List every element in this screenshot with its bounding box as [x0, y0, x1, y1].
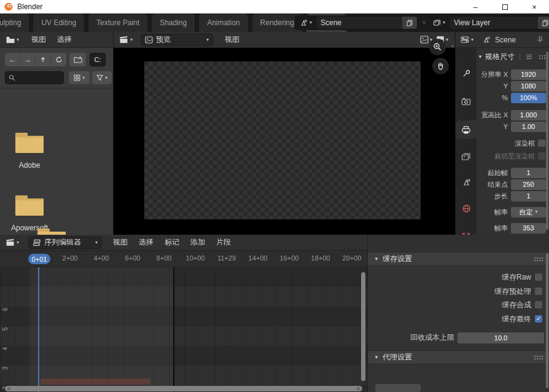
scene-copy-button[interactable] [402, 17, 417, 29]
viewlayer-copy-button[interactable] [538, 17, 549, 29]
folder-item-adobe[interactable]: Adobe [0, 130, 59, 170]
resolution-x-field[interactable]: 1920 [511, 69, 546, 80]
tab-output[interactable] [456, 120, 477, 139]
fb-filter-button[interactable]: ▾ [92, 71, 112, 84]
scene-name-field[interactable]: Scene [316, 16, 418, 29]
fb-menu-view[interactable]: 视图 [26, 34, 52, 45]
fb-search-input[interactable] [5, 71, 64, 84]
frame-start-field[interactable]: 1 [511, 168, 546, 178]
border-checkbox[interactable] [538, 139, 545, 147]
tab-render[interactable] [456, 92, 477, 111]
fb-menu-select[interactable]: 选择 [52, 34, 77, 45]
scene-browse-button[interactable]: ▾ [297, 16, 314, 29]
cache-composite-checkbox[interactable] [535, 301, 542, 308]
proxy-partial-button[interactable] [375, 384, 421, 392]
sidebar-scrollbar[interactable] [546, 253, 548, 388]
fps-preset-dropdown[interactable]: 自定 ▾ [511, 207, 546, 218]
tab-shading[interactable]: Shading [152, 14, 195, 32]
folder-item-partial[interactable] [36, 226, 68, 235]
aspect-x-field[interactable]: 1.000 [511, 110, 546, 120]
window-title: Blender [17, 2, 42, 11]
viewlayer-browse-button[interactable]: ▾ [430, 16, 447, 29]
editor-type-sequencer[interactable]: ▾ [117, 33, 134, 47]
pin-icon[interactable] [536, 36, 544, 44]
fb-parent-button[interactable] [36, 53, 51, 66]
seq-menu-add[interactable]: 添加 [185, 237, 211, 248]
resolution-pct-slider[interactable]: 100% [511, 93, 546, 103]
zoom-button[interactable] [429, 39, 446, 55]
search-icon [9, 74, 15, 81]
editor-type-sequencer-timeline[interactable]: ▾ [4, 236, 21, 249]
seq-menu-marker[interactable]: 标记 [159, 237, 185, 248]
preset-dots-icon[interactable]: ⋮ [517, 53, 523, 60]
timeline-ruler[interactable]: 0+01 2+00 4+00 6+00 8+00 10+00 11+29 14+… [0, 251, 367, 267]
drag-grid-icon[interactable] [534, 355, 543, 359]
zoom-in-icon [433, 42, 442, 52]
timeline-channels-area[interactable]: 6 5 4 3 2 1 [0, 267, 367, 392]
preview-menu-view[interactable]: 视图 [219, 34, 245, 45]
tab-uv-editing[interactable]: UV Editing [33, 14, 84, 32]
format-section-header[interactable]: ▼ 规格尺寸 ⋮ [478, 50, 548, 63]
tab-sculpting[interactable]: ulpting [0, 14, 29, 32]
properties-tab-column [456, 48, 477, 235]
fb-refresh-button[interactable] [51, 53, 66, 66]
sequencer-timeline-editor: ▾ 序列编辑器 ▾ 视图 选择 标记 添加 片段 0+01 2+00 4+00 … [0, 235, 367, 392]
preset-list-icon[interactable] [526, 54, 532, 60]
aspect-y-field[interactable]: 1.00 [511, 122, 546, 132]
end-frame-line [173, 267, 174, 392]
tab-texture[interactable] [456, 227, 477, 235]
playhead[interactable] [38, 267, 39, 392]
pan-button[interactable] [432, 58, 449, 74]
crop-checkbox[interactable] [538, 152, 545, 160]
tab-world[interactable] [456, 199, 477, 218]
scene-unlink-button[interactable]: × [419, 18, 429, 27]
tab-animation[interactable]: Animation [199, 14, 247, 32]
tab-view-layer[interactable] [456, 147, 477, 166]
properties-scrollbar[interactable] [546, 52, 548, 230]
chevron-down-icon: ▾ [310, 20, 312, 25]
fb-display-mode-button[interactable]: ▾ [69, 71, 90, 84]
cache-preprocessed-checkbox[interactable] [535, 288, 542, 295]
fps-custom-field[interactable]: 353 [511, 223, 546, 233]
image-icon [145, 36, 153, 44]
preview-display-mode-dropdown[interactable]: 预览 ▾ [141, 34, 213, 46]
frame-step-field[interactable]: 1 [511, 191, 546, 202]
grid-icon [74, 74, 80, 81]
seq-menu-strip[interactable]: 片段 [211, 237, 236, 248]
frame-end-field[interactable]: 250 [511, 179, 546, 190]
recycle-limit-field[interactable]: 10.0 [457, 332, 544, 343]
current-frame-indicator[interactable]: 0+01 [28, 254, 50, 264]
proxy-settings-header[interactable]: ▼ 代理设置 [368, 350, 549, 364]
viewlayer-name-field[interactable]: View Layer [449, 16, 549, 29]
fb-path-field[interactable]: C: [90, 53, 106, 66]
close-button[interactable]: × [520, 0, 549, 14]
folder-icon [36, 226, 68, 235]
fb-back-button[interactable]: ← [5, 53, 20, 66]
preview-canvas[interactable] [144, 61, 421, 219]
editor-type-properties[interactable]: ▾ [459, 33, 475, 47]
editor-type-file-browser[interactable]: ▾ [4, 33, 21, 47]
timeline-vertical-scrollbar[interactable] [361, 272, 365, 381]
chevron-down-icon: ▾ [443, 20, 445, 25]
resolution-y-field[interactable]: 1080 [511, 81, 546, 92]
border-row: 渲染框 [477, 138, 546, 149]
cache-final-checkbox[interactable]: ✓ [535, 315, 542, 323]
sequencer-view-type-dropdown[interactable]: 序列编辑器 ▾ [28, 237, 102, 249]
maximize-button[interactable] [490, 0, 520, 14]
tab-scene[interactable] [456, 173, 477, 192]
cache-raw-checkbox[interactable] [535, 273, 542, 281]
aspect-x-row: 宽高比 X 1.000 [477, 109, 546, 120]
seq-menu-select[interactable]: 选择 [133, 237, 159, 248]
drag-grid-icon[interactable] [534, 257, 543, 261]
tab-texture-paint[interactable]: Texture Paint [88, 14, 147, 32]
gizmo-collapse-arrow[interactable]: ‹ [451, 42, 454, 49]
resolution-x-row: 分辨率 X 1920 [477, 69, 546, 80]
cache-settings-header[interactable]: ▼ 缓存设置 [368, 252, 549, 266]
timeline-horizontal-scrollbar[interactable] [5, 386, 362, 391]
tab-tool[interactable] [456, 64, 477, 82]
seq-menu-view[interactable]: 视图 [107, 237, 133, 248]
fb-new-folder-button[interactable] [69, 53, 86, 66]
fb-forward-button[interactable]: → [20, 53, 36, 66]
cache-indicator-strip [41, 378, 150, 385]
minimize-button[interactable]: – [461, 0, 490, 14]
